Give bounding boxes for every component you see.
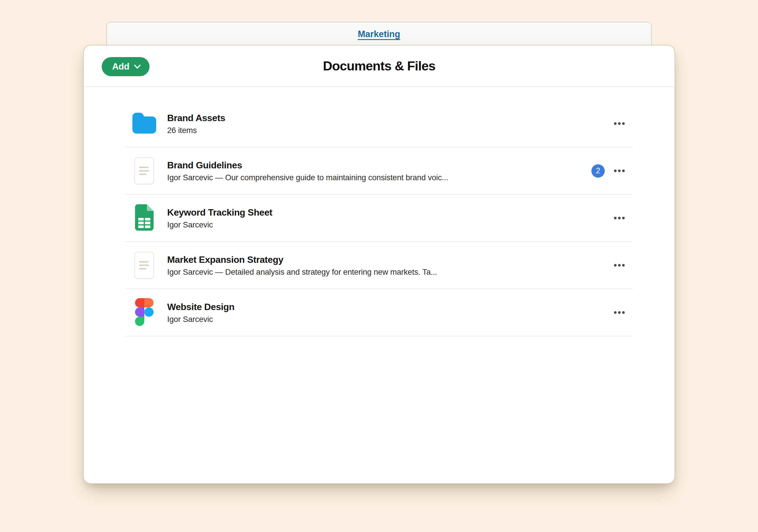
file-list: Brand Assets 26 items Brand Guidelines I… [125,87,633,337]
file-row-keyword-tracking-sheet[interactable]: Keyword Tracking Sheet Igor Sarcevic [125,195,633,242]
file-subtitle: Igor Sarcevic [167,314,234,324]
comment-count-badge[interactable]: 2 [591,164,605,178]
google-sheets-icon [135,204,154,232]
documents-files-panel: Add Documents & Files Brand Assets 26 it… [83,45,675,484]
file-subtitle: Igor Sarcevic [167,220,272,230]
row-menu-button[interactable] [614,261,625,269]
document-icon [134,157,154,184]
file-title: Brand Guidelines [167,160,448,171]
file-row-brand-guidelines[interactable]: Brand Guidelines Igor Sarcevic — Our com… [125,148,633,195]
file-subtitle: Igor Sarcevic — Detailed analysis and st… [167,267,437,277]
file-title: Keyword Tracking Sheet [167,207,272,218]
file-title: Brand Assets [167,112,225,124]
file-title: Market Expansion Strategy [167,254,437,265]
file-subtitle: Igor Sarcevic — Our comprehensive guide … [167,173,448,182]
file-row-brand-assets[interactable]: Brand Assets 26 items [125,100,633,148]
file-row-website-design[interactable]: Website Design Igor Sarcevic [125,289,633,337]
file-row-market-expansion-strategy[interactable]: Market Expansion Strategy Igor Sarcevic … [125,242,633,289]
row-menu-button[interactable] [614,167,625,175]
figma-icon [135,298,154,327]
row-menu-button[interactable] [614,214,625,222]
project-link-marketing[interactable]: Marketing [358,29,400,39]
folder-icon [132,113,156,135]
page-title: Documents & Files [84,46,674,86]
panel-header: Add Documents & Files [84,46,674,87]
row-menu-button[interactable] [614,308,625,317]
document-icon [134,252,154,279]
file-title: Website Design [167,301,234,312]
row-menu-button[interactable] [614,120,625,128]
file-subtitle: 26 items [167,125,225,135]
